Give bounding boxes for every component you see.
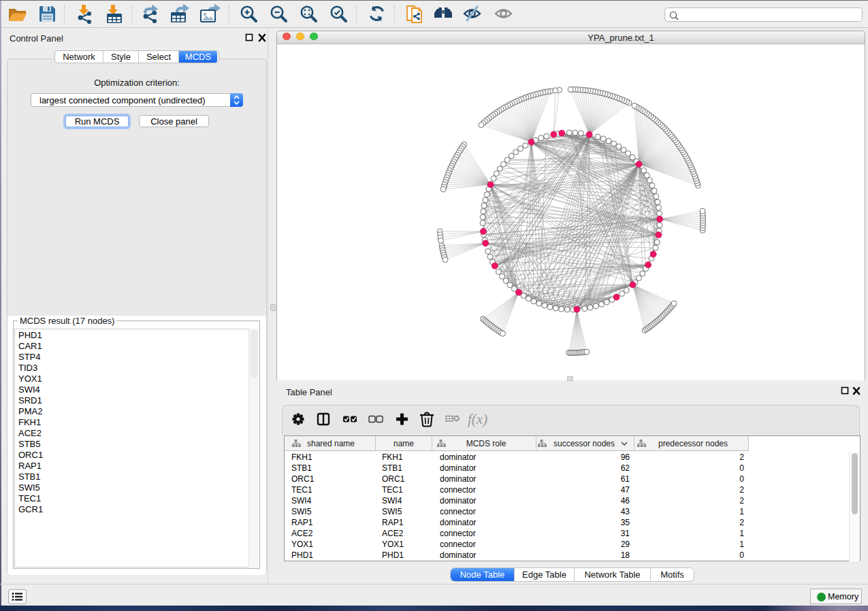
svg-text:f(x): f(x) [468,411,487,427]
